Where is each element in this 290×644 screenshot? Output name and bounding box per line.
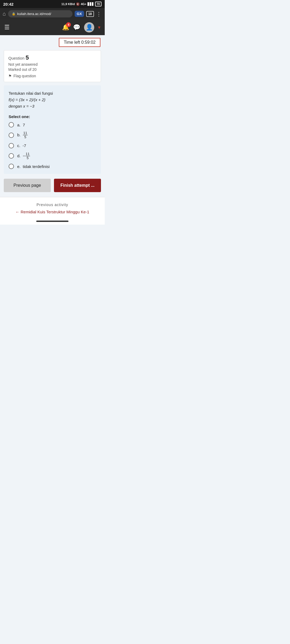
question-label: Question 5 bbox=[8, 54, 96, 61]
nav-bar: ☰ 🔔 4 💬 👤 ▾ bbox=[0, 20, 105, 35]
status-icons: 11,9 KB/d 🔇 4G+ ▋▋▋ 70 bbox=[61, 2, 102, 6]
button-row: Previous page Finish attempt ... bbox=[4, 179, 101, 192]
browser-actions: GX 18 ⋮ bbox=[75, 11, 102, 17]
flag-icon: ⚑ bbox=[8, 74, 12, 78]
notif-badge: 4 bbox=[66, 22, 71, 27]
option-a[interactable]: a. 7 bbox=[9, 122, 96, 127]
browser-bar: ⌂ 🔒 kuliah.itera.ac.id/mod/ GX 18 ⋮ bbox=[0, 8, 105, 20]
home-button[interactable]: ⌂ bbox=[3, 11, 6, 17]
chat-icon[interactable]: 💬 bbox=[73, 24, 80, 31]
question-content: Tentukan nilai dari fungsi f(x) = (3x + … bbox=[4, 85, 101, 174]
option-a-text: a. 7 bbox=[17, 123, 25, 127]
previous-page-button[interactable]: Previous page bbox=[4, 179, 51, 192]
finish-attempt-button[interactable]: Finish attempt ... bbox=[54, 179, 101, 192]
previous-activity-label: Previous activity bbox=[4, 203, 100, 207]
question-status: Not yet answered bbox=[8, 62, 96, 67]
option-c[interactable]: c. -7 bbox=[9, 143, 96, 148]
option-e[interactable]: e. tidak terdefinisi bbox=[9, 164, 96, 169]
option-d[interactable]: d. −115 bbox=[9, 152, 96, 160]
url-bar[interactable]: 🔒 kuliah.itera.ac.id/mod/ bbox=[8, 10, 73, 17]
option-d-text: d. −115 bbox=[17, 152, 30, 160]
signal-icon: ▋▋▋ bbox=[88, 2, 94, 6]
radio-a[interactable] bbox=[9, 122, 14, 127]
menu-dots-button[interactable]: ⋮ bbox=[96, 11, 102, 17]
options-list: a. 7 b. 115 c. -7 d. −115 e. tidak terde… bbox=[9, 122, 96, 169]
flag-question[interactable]: ⚑ Flag question bbox=[8, 74, 96, 78]
option-b-text: b. 115 bbox=[17, 131, 28, 139]
nav-icons: 🔔 4 💬 👤 ▾ bbox=[62, 22, 100, 32]
avatar-icon: 👤 bbox=[86, 24, 93, 31]
previous-activity-link[interactable]: ← Remidial Kuis Terstruktur Minggu Ke-1 bbox=[16, 210, 89, 214]
data-speed: 11,9 KB/d bbox=[61, 2, 75, 6]
notification-bell[interactable]: 🔔 4 bbox=[62, 24, 69, 31]
tab-count[interactable]: 18 bbox=[86, 11, 94, 17]
select-one-label: Select one: bbox=[9, 114, 96, 119]
radio-e[interactable] bbox=[9, 164, 14, 169]
footer: Previous activity ← Remidial Kuis Terstr… bbox=[0, 197, 105, 218]
question-card: Question 5 Not yet answered Marked out o… bbox=[4, 50, 101, 82]
option-c-text: c. -7 bbox=[17, 143, 26, 148]
home-bar bbox=[36, 221, 68, 222]
avatar[interactable]: 👤 bbox=[84, 22, 94, 32]
question-text: Tentukan nilai dari fungsi f(x) = (3x + … bbox=[9, 90, 96, 109]
url-text: kuliah.itera.ac.id/mod/ bbox=[17, 12, 51, 16]
battery-indicator: 70 bbox=[95, 2, 102, 6]
radio-b[interactable] bbox=[9, 133, 14, 138]
timer-display: Time left 0:59:02 bbox=[59, 38, 100, 47]
option-b[interactable]: b. 115 bbox=[9, 131, 96, 139]
timer-bar: Time left 0:59:02 bbox=[0, 35, 105, 48]
network-label: 4G+ bbox=[81, 2, 86, 6]
home-indicator bbox=[0, 218, 105, 225]
lock-icon: 🔒 bbox=[12, 12, 16, 16]
mute-icon: 🔇 bbox=[76, 2, 80, 6]
translate-button[interactable]: GX bbox=[75, 11, 84, 17]
option-e-text: e. tidak terdefinisi bbox=[17, 164, 50, 169]
hamburger-menu[interactable]: ☰ bbox=[4, 24, 10, 31]
radio-d[interactable] bbox=[9, 153, 14, 159]
question-marks: Marked out of 20 bbox=[8, 67, 96, 72]
dropdown-arrow-icon[interactable]: ▾ bbox=[98, 24, 100, 30]
radio-c[interactable] bbox=[9, 143, 14, 148]
status-bar: 20:42 11,9 KB/d 🔇 4G+ ▋▋▋ 70 bbox=[0, 0, 105, 8]
time-display: 20:42 bbox=[3, 2, 13, 6]
